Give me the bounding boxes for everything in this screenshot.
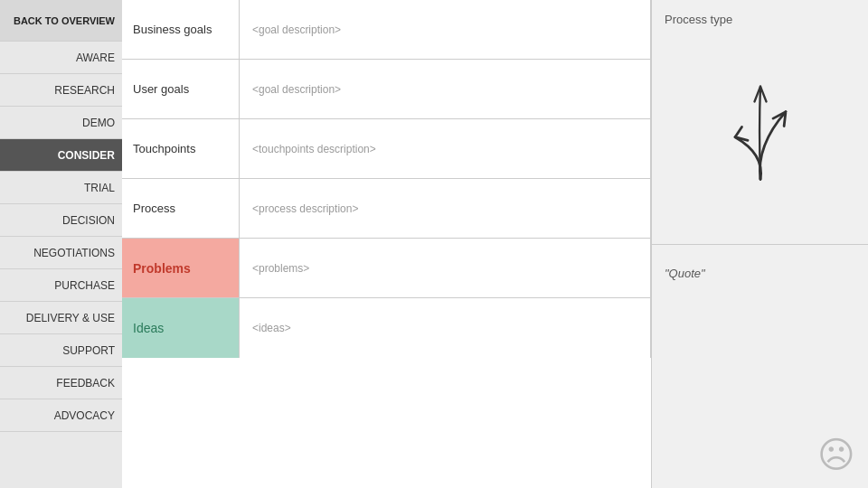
- row-label-problems: Problems: [122, 239, 240, 297]
- sidebar-item-feedback[interactable]: FEEDBACK: [0, 367, 122, 399]
- row-description-problems[interactable]: <problems>: [240, 239, 651, 297]
- row-label-business-goals: Business goals: [122, 0, 240, 59]
- right-panel: Process type "Quote" ☹: [651, 0, 868, 488]
- sidebar-item-negotiations[interactable]: NEGOTIATIONS: [0, 237, 122, 269]
- sidebar-item-decision[interactable]: DECISION: [0, 204, 122, 237]
- process-arrow-icon: [706, 70, 815, 196]
- row-label-process: Process: [122, 179, 240, 238]
- table-area: Business goals<goal description>User goa…: [122, 0, 651, 488]
- arrow-diagram: [665, 35, 855, 231]
- sidebar-item-aware[interactable]: AWARE: [0, 42, 122, 74]
- sidebar-item-trial[interactable]: TRIAL: [0, 172, 122, 204]
- row-description-ideas[interactable]: <ideas>: [240, 298, 651, 358]
- table-row-problems: Problems<problems>: [122, 239, 651, 298]
- row-label-user-goals: User goals: [122, 60, 240, 118]
- sidebar-item-research[interactable]: RESEARCH: [0, 74, 122, 107]
- row-description-touchpoints[interactable]: <touchpoints description>: [240, 119, 651, 178]
- table-row-user-goals: User goals<goal description>: [122, 60, 651, 119]
- row-description-process[interactable]: <process description>: [240, 179, 651, 238]
- row-label-ideas: Ideas: [122, 298, 240, 358]
- sidebar-item-back-to-overview[interactable]: BACK TO OVERVIEW: [0, 0, 122, 42]
- table-row-touchpoints: Touchpoints<touchpoints description>: [122, 119, 651, 179]
- table-row-ideas: Ideas<ideas>: [122, 298, 651, 358]
- row-description-business-goals[interactable]: <goal description>: [240, 0, 651, 59]
- sidebar-item-demo[interactable]: DEMO: [0, 107, 122, 139]
- table-row-process: Process<process description>: [122, 179, 651, 239]
- process-type-label: Process type: [665, 13, 855, 26]
- quote-text: "Quote": [665, 267, 705, 280]
- sidebar-item-support[interactable]: SUPPORT: [0, 334, 122, 367]
- row-label-touchpoints: Touchpoints: [122, 119, 240, 178]
- sidebar: BACK TO OVERVIEWAWARERESEARCHDEMOCONSIDE…: [0, 0, 122, 488]
- row-description-user-goals[interactable]: <goal description>: [240, 60, 651, 118]
- sidebar-item-consider[interactable]: CONSIDER: [0, 139, 122, 172]
- sidebar-item-delivery-use[interactable]: DELIVERY & USE: [0, 302, 122, 334]
- sidebar-item-advocacy[interactable]: ADVOCACY: [0, 399, 122, 432]
- main-content: Business goals<goal description>User goa…: [122, 0, 651, 488]
- table-row-business-goals: Business goals<goal description>: [122, 0, 651, 60]
- sidebar-item-purchase[interactable]: PURCHASE: [0, 269, 122, 302]
- right-panel-top: Process type: [652, 0, 868, 245]
- right-panel-bottom: "Quote" ☹: [652, 245, 868, 489]
- smiley-icon: ☹: [817, 434, 855, 475]
